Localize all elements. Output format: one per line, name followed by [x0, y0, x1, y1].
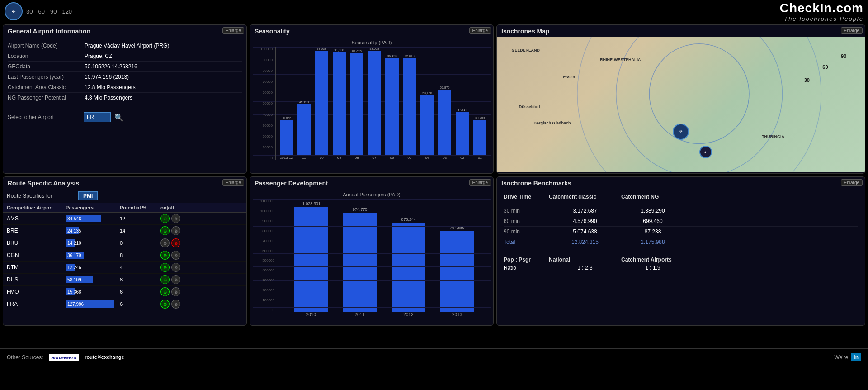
ng-potential-label: NG Passenger Potential: [8, 95, 85, 101]
isochrones-map-enlarge[interactable]: Enlarge: [841, 27, 863, 34]
route-on-icon[interactable]: ⊕: [160, 300, 170, 309]
location-row: Location Prague, CZ: [8, 51, 242, 62]
season-bar-xlabel: 03: [443, 156, 447, 160]
route-off-icon[interactable]: ⊗: [171, 214, 180, 223]
select-airport-row: Select other Airport 🔍: [3, 112, 246, 122]
pax-dev-bar-col: 873,244: [384, 199, 433, 312]
route-on-icon[interactable]: ⊕: [160, 263, 170, 272]
route-onoff-icons: ⊕⊗: [160, 287, 197, 296]
bench-total-ng: 2.175.988: [621, 239, 684, 245]
benchmarks-content: Drive Time Catchment classic Catchment N…: [497, 189, 865, 276]
airport-search-button[interactable]: 🔍: [114, 113, 123, 122]
benchmarks-enlarge[interactable]: Enlarge: [841, 179, 863, 186]
footer-sources-label: Other Sources:: [7, 354, 43, 361]
linkedin-badge: in: [851, 353, 861, 361]
season-bar-value: 85,813: [405, 54, 414, 57]
bench-col2-header: Catchment classic: [549, 194, 621, 200]
footer-right: We're in: [835, 353, 861, 361]
route-on-icon[interactable]: ⊕: [160, 275, 170, 284]
route-potential: 6: [120, 301, 160, 307]
route-off-icon[interactable]: ⊗: [171, 251, 180, 260]
route-code: FMO: [7, 289, 66, 295]
route-code: AMS: [7, 215, 66, 222]
route-pax-bar-container: 24,135: [66, 227, 120, 234]
pax-dev-enlarge[interactable]: Enlarge: [469, 179, 491, 186]
route-table-row: CGN36,1798⊕⊗: [3, 249, 246, 262]
season-bar-xlabel: 10: [320, 156, 324, 160]
route-off-icon[interactable]: ⊗: [171, 287, 180, 296]
general-airport-enlarge[interactable]: Enlarge: [222, 27, 244, 34]
season-bar-rect: [368, 51, 381, 155]
bench-ratio-row: Ratio 1 : 2.3 1 : 1.9: [504, 265, 858, 271]
season-bar-value: 89,625: [352, 50, 361, 53]
pax-dev-bar-value: 873,244: [401, 217, 416, 222]
geodata-value: 50.105226,14.268216: [85, 63, 137, 70]
season-bar-xlabel: 02: [460, 156, 464, 160]
route-code: BRU: [7, 240, 66, 246]
route-on-icon[interactable]: ⊕: [160, 214, 170, 223]
pax-dev-bar-rect: [294, 207, 328, 312]
pax-dev-title: Passenger Development: [250, 177, 493, 189]
range-120: 120: [62, 8, 72, 15]
route-analysis-enlarge[interactable]: Enlarge: [222, 179, 244, 186]
season-bar-col: 91,13809: [330, 47, 348, 160]
ratio-col2-header: National: [549, 257, 621, 263]
map-area: GELDERLAND RHINE-WESTPHALIA Essen Düssel…: [497, 37, 865, 172]
seasonality-enlarge[interactable]: Enlarge: [469, 27, 491, 34]
airport-name-row: Airport Name (Code) Prague Václav Havel …: [8, 41, 242, 51]
route-pax-bar-container: 84,546: [66, 215, 120, 222]
pax-dev-bar-rect: [343, 213, 377, 312]
bench-90-ng: 87.238: [621, 228, 684, 235]
main-grid: General Airport Information Enlarge Airp…: [0, 23, 868, 348]
season-bar-col: 53,12804: [418, 47, 436, 160]
route-off-icon[interactable]: ⊗: [171, 238, 180, 247]
season-bar-col: 30,78301: [471, 47, 489, 160]
footer: Other Sources: anna●aero route✕exchange …: [0, 348, 868, 366]
bench-col1-header: Drive Time: [504, 194, 549, 200]
season-bar-value: 93,038: [317, 47, 326, 50]
route-specifics-label: Route Specifics for: [7, 193, 75, 199]
ratio-catchment-value: 1 : 1.9: [621, 265, 684, 271]
route-on-icon[interactable]: ⊕: [160, 238, 170, 247]
season-bar-value: 37,814: [458, 108, 467, 111]
route-table: AMS84,54612⊕⊗BRE24,13514⊕⊗BRU14,2100⊕⊗CG…: [3, 213, 246, 324]
season-bar-rect: [403, 58, 416, 155]
bench-30-label: 30 min: [504, 208, 549, 214]
route-potential: 12: [120, 216, 160, 221]
bench-30-classic: 3.172.687: [549, 208, 621, 214]
route-on-icon[interactable]: ⊕: [160, 251, 170, 260]
season-bar-col: 93,00807: [366, 47, 383, 160]
route-off-icon[interactable]: ⊗: [171, 275, 180, 284]
season-bar-rect: [280, 120, 293, 155]
airport-name-label: Airport Name (Code): [8, 43, 85, 49]
route-table-row: BRE24,13514⊕⊗: [3, 225, 246, 237]
route-off-icon[interactable]: ⊗: [171, 300, 180, 309]
route-pax-bar: 24,135: [66, 227, 79, 234]
seasonality-title: Seasonality: [250, 25, 493, 37]
range-30: 30: [26, 8, 33, 15]
benchmarks-panel: Isochrone Benchmarks Enlarge Drive Time …: [496, 176, 865, 326]
pmi-badge: PMI: [78, 191, 98, 200]
general-airport-title: General Airport Information: [3, 25, 246, 37]
route-table-row: DUS58,1098⊕⊗: [3, 274, 246, 286]
route-analysis-title: Route Specific Analysis: [3, 177, 246, 189]
route-on-icon[interactable]: ⊕: [160, 226, 170, 235]
app-logo: ✈: [5, 2, 23, 20]
route-onoff-icons: ⊕⊗: [160, 275, 197, 284]
route-off-icon[interactable]: ⊗: [171, 263, 180, 272]
route-code: FRA: [7, 301, 66, 307]
isochrones-map-panel: Isochrones Map Enlarge GELDERLAND RHINE-…: [496, 24, 865, 174]
location-label: Location: [8, 53, 85, 59]
season-bar-value: 93,008: [369, 47, 379, 50]
bench-ratio-header: Pop : Psgr National Catchment Airports: [504, 257, 858, 265]
route-off-icon[interactable]: ⊗: [171, 226, 180, 235]
range-labels: 30 60 90 120: [26, 8, 72, 15]
catchment-classic-value: 12.8 Mio Passengers: [85, 84, 136, 90]
map-range-60: 60: [822, 64, 828, 70]
season-bar-value: 86,423: [387, 54, 396, 57]
airport-search-input[interactable]: [84, 112, 111, 122]
route-pax-bar-container: 12,246: [66, 264, 120, 271]
route-on-icon[interactable]: ⊕: [160, 287, 170, 296]
pax-dev-bar-col: 794,889: [433, 199, 482, 312]
route-onoff-icons: ⊕⊗: [160, 300, 197, 309]
